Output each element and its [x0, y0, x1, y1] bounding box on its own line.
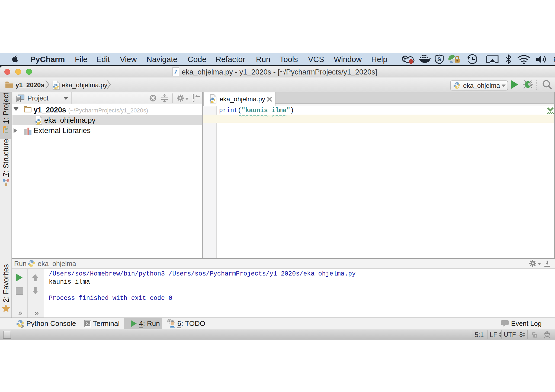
- svg-text:S: S: [437, 56, 441, 62]
